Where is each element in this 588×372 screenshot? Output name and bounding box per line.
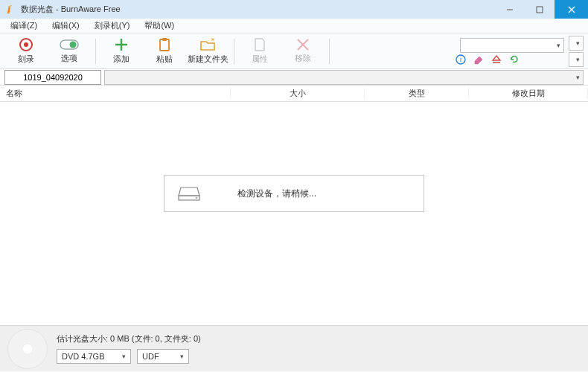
disc-graphic xyxy=(7,329,48,369)
remove-label: 移除 xyxy=(295,53,311,64)
chevron-down-icon: ▾ xyxy=(576,74,580,81)
status-bar: 估计光盘大小: 0 MB (文件: 0, 文件夹: 0) DVD 4.7GB▾ … xyxy=(0,325,588,371)
title-bar: 数据光盘 - BurnAware Free xyxy=(0,0,588,19)
chevron-down-icon: ▾ xyxy=(557,42,560,49)
menu-edit[interactable]: 编辑(X) xyxy=(45,20,87,31)
path-row: 1019_04092020 ▾ xyxy=(0,69,588,86)
paste-label: 粘贴 xyxy=(156,54,173,65)
svg-point-7 xyxy=(70,42,77,48)
svg-rect-1 xyxy=(537,7,543,13)
record-icon xyxy=(19,37,33,52)
menu-bar: 编译(Z) 编辑(X) 刻录机(Y) 帮助(W) xyxy=(0,19,588,33)
filesystem-combo[interactable]: UDF▾ xyxy=(137,349,189,364)
new-folder-button[interactable]: 新建文件夹 xyxy=(186,34,229,68)
column-type[interactable]: 类型 xyxy=(365,88,469,99)
media-type-combo[interactable]: DVD 4.7GB▾ xyxy=(57,349,131,364)
properties-label: 属性 xyxy=(252,54,268,65)
info-icon[interactable]: i xyxy=(456,54,466,65)
paste-button[interactable]: 粘贴 xyxy=(143,34,186,68)
chevron-down-icon: ▾ xyxy=(576,39,580,47)
path-combo[interactable]: ▾ xyxy=(104,70,584,85)
svg-rect-10 xyxy=(160,39,169,51)
chevron-down-icon: ▾ xyxy=(180,353,184,360)
chevron-down-icon: ▾ xyxy=(576,56,580,63)
eject-icon[interactable] xyxy=(491,54,502,65)
toolbar-icon-row: i xyxy=(456,54,564,65)
list-header: 名称 大小 类型 修改日期 xyxy=(0,86,588,102)
toolbar-right: ▾ i xyxy=(456,38,564,65)
svg-rect-11 xyxy=(162,38,167,41)
options-button[interactable]: 选项 xyxy=(48,34,91,68)
file-list-area: 检测设备，请稍候... xyxy=(0,102,588,325)
column-name[interactable]: 名称 xyxy=(0,88,231,99)
detect-message: 检测设备，请稍候... xyxy=(237,187,316,200)
chevron-down-icon: ▾ xyxy=(122,353,126,360)
toolbar: 刻录 选项 添加 粘贴 新建文件夹 属性 移除 ▾ i ▾ ▾ xyxy=(0,33,588,69)
properties-button: 属性 xyxy=(238,34,281,68)
remove-button: 移除 xyxy=(281,34,325,68)
toolbar-separator xyxy=(95,39,96,64)
toggle-icon xyxy=(60,38,79,51)
detect-dialog: 检测设备，请稍候... xyxy=(164,175,424,212)
device-combo[interactable]: ▾ xyxy=(460,38,564,53)
column-modified[interactable]: 修改日期 xyxy=(469,88,588,99)
minimize-button[interactable] xyxy=(495,0,525,19)
svg-point-5 xyxy=(24,42,28,47)
svg-point-18 xyxy=(196,197,197,199)
column-size[interactable]: 大小 xyxy=(231,88,365,99)
filesystem-value: UDF xyxy=(142,352,159,361)
close-button[interactable] xyxy=(555,0,588,19)
burn-button[interactable]: 刻录 xyxy=(4,34,48,68)
app-icon xyxy=(6,4,16,15)
options-label: 选项 xyxy=(61,53,77,64)
disc-name-value: 1019_04092020 xyxy=(23,73,83,82)
window-title: 数据光盘 - BurnAware Free xyxy=(21,4,121,15)
svg-text:i: i xyxy=(460,56,461,63)
properties-icon xyxy=(253,37,266,52)
media-type-value: DVD 4.7GB xyxy=(62,352,104,361)
add-button[interactable]: 添加 xyxy=(100,34,143,68)
new-folder-label: 新建文件夹 xyxy=(188,54,229,65)
disc-name-field[interactable]: 1019_04092020 xyxy=(4,70,101,85)
erase-icon[interactable] xyxy=(473,54,484,65)
plus-icon xyxy=(114,37,129,52)
toolbar-separator xyxy=(234,39,234,64)
delete-icon xyxy=(296,38,310,51)
estimate-label: 估计光盘大小: 0 MB (文件: 0, 文件夹: 0) xyxy=(57,333,201,344)
maximize-button[interactable] xyxy=(525,0,555,19)
menu-help[interactable]: 帮助(W) xyxy=(137,20,182,31)
clipboard-icon xyxy=(157,37,172,52)
menu-recorder[interactable]: 刻录机(Y) xyxy=(87,20,138,31)
toolbar-separator xyxy=(329,39,330,64)
speed-combo[interactable]: ▾ xyxy=(569,36,584,51)
burn-label: 刻录 xyxy=(18,54,34,65)
menu-translate[interactable]: 编译(Z) xyxy=(3,20,45,31)
add-label: 添加 xyxy=(113,54,130,65)
new-folder-icon xyxy=(199,37,216,52)
aux-combo[interactable]: ▾ xyxy=(569,52,584,67)
drive-icon xyxy=(178,185,200,202)
refresh-icon[interactable] xyxy=(509,54,520,65)
window-controls xyxy=(495,0,588,19)
